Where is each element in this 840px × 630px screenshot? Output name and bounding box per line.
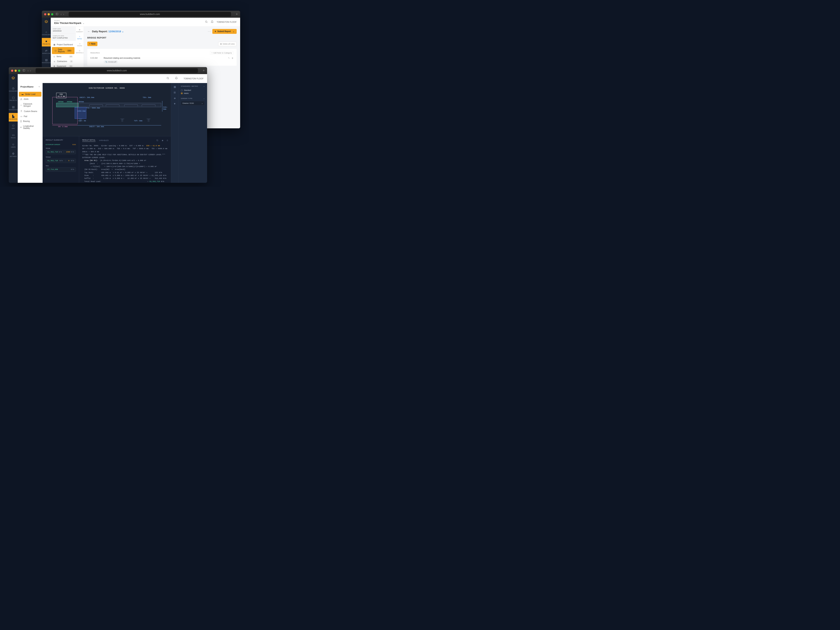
nav-longitudinal-stability[interactable]: ≡Longitudinal Stability bbox=[18, 124, 43, 131]
close-window-icon[interactable] bbox=[44, 13, 46, 15]
nav-joists[interactable]: ⋀Joists bbox=[18, 96, 43, 101]
layers-icon[interactable]: ◈ bbox=[174, 96, 176, 99]
user-name[interactable]: TOBINGTON FLOOF bbox=[183, 77, 204, 80]
delete-all-notes-button[interactable]: 🗑Delete all notes bbox=[218, 42, 237, 46]
minimize-window-icon[interactable] bbox=[47, 13, 50, 15]
nav-project-dashboard[interactable]: ▦Project Dashboard bbox=[51, 42, 76, 47]
report-date[interactable]: 12/06/2018 bbox=[109, 30, 121, 33]
bell-icon[interactable] bbox=[175, 77, 178, 80]
edit-icon[interactable]: ✎ bbox=[228, 57, 230, 59]
nav-bracing[interactable]: ╳Bracing bbox=[18, 119, 43, 124]
search-icon[interactable] bbox=[166, 77, 169, 80]
rail-item-dashboard[interactable]: ◷DASHBOARD bbox=[9, 85, 18, 93]
search-icon[interactable] bbox=[205, 21, 208, 24]
sidebar-toggle-icon[interactable] bbox=[55, 13, 58, 16]
chevron-down-icon[interactable]: ⌄ bbox=[204, 98, 205, 99]
eye-icon[interactable]: ◉ bbox=[162, 139, 163, 141]
nav-pad[interactable]: ▭Pad bbox=[18, 114, 43, 119]
plus-icon: + bbox=[89, 43, 90, 45]
calculator-icon[interactable]: ⊞ bbox=[174, 91, 176, 94]
arch-4 bbox=[142, 104, 155, 106]
user-name[interactable]: TOBINGTON FLOOF bbox=[216, 21, 237, 23]
label-oh: OH= 0.0mm bbox=[58, 126, 68, 128]
rail-item-projects[interactable]: ■PROJECTS bbox=[42, 38, 51, 46]
forward-arrow-icon[interactable]: › bbox=[30, 69, 31, 72]
submit-report-button[interactable]: ✈ Submit Report ⌄ bbox=[212, 29, 237, 34]
titlebar: ‹ › www.buildtech.com + bbox=[9, 67, 207, 74]
bell-icon[interactable] bbox=[211, 21, 213, 24]
result-summary-title: RESULT SUMMARY bbox=[46, 139, 76, 141]
nav-falsework-stringed[interactable]: ∩Falsework Stringed bbox=[18, 101, 43, 109]
label-tdk: TDk= 0mm bbox=[143, 96, 151, 99]
app-logo[interactable] bbox=[11, 76, 15, 81]
rail-item-settings[interactable]: ⚙SETTINGS bbox=[9, 150, 18, 159]
rail-item-workflow[interactable]: ⇄WORKFLOW bbox=[42, 47, 51, 56]
nav-custom-beams[interactable]: 工Custom Beams bbox=[18, 109, 43, 114]
add-project-icon[interactable]: + bbox=[38, 85, 40, 88]
tab-variables[interactable]: VARIABLES bbox=[99, 139, 109, 141]
rail-item-references[interactable]: ▤REFERENCES bbox=[42, 57, 51, 65]
chevron-down-icon[interactable]: ⌄ bbox=[122, 30, 124, 33]
copy-icon[interactable]: ⿻ bbox=[156, 139, 158, 141]
back-arrow-icon[interactable]: ‹ bbox=[61, 13, 62, 16]
app-header: TOBINGTON FLOOF bbox=[18, 74, 207, 83]
girder-type-dropdown[interactable]: Exterior / EOD⌄ bbox=[181, 101, 205, 106]
grid-icon[interactable]: ▦ bbox=[174, 85, 176, 88]
sidebar-toggle-icon[interactable] bbox=[22, 69, 25, 72]
forward-arrow-icon[interactable]: › bbox=[63, 13, 64, 16]
browser-window-front: ‹ › www.buildtech.com + ◷DASHBOARD ▢PROJ… bbox=[9, 67, 207, 183]
label-ohext-top: OHEXT= 300.0mm bbox=[79, 96, 94, 99]
result-detail-panel: RESULT DETAIL VARIABLES ⿻ ◉ ⎙ Girder No.… bbox=[79, 136, 171, 183]
trash-icon: 🗑 bbox=[220, 43, 222, 45]
tab-result-detail[interactable]: RESULT DETAIL bbox=[82, 139, 95, 142]
nav-girder-load[interactable]: ▬Girder Load bbox=[19, 92, 41, 96]
dim-std bbox=[162, 101, 163, 112]
label-mark3: .005mm bbox=[77, 101, 84, 103]
attachment-chip[interactable]: 📎receipt.pdf bbox=[104, 60, 118, 63]
properties-panel: STANDARD / METRIC⌄ Standard Metric GIRDE… bbox=[178, 83, 207, 183]
filter-icon[interactable]: ▼ bbox=[174, 102, 176, 105]
chevron-down-icon[interactable]: ⌄ bbox=[233, 30, 234, 33]
url-bar[interactable]: www.buildtech.com bbox=[36, 68, 198, 73]
delete-icon[interactable]: 🗑 bbox=[232, 57, 234, 59]
rail-item-roles[interactable]: ▭ROLES bbox=[9, 132, 18, 140]
tab-hours[interactable]: ◷HOURS bbox=[77, 43, 82, 46]
url-bar[interactable]: www.buildtech.com bbox=[69, 12, 231, 17]
print-icon[interactable]: ⎙ bbox=[167, 139, 168, 141]
tab-materials[interactable]: ◫MATERIALS bbox=[76, 50, 84, 54]
minimize-window-icon[interactable] bbox=[14, 69, 17, 72]
nav-contractors[interactable]: ☺Contractors3 bbox=[51, 59, 76, 64]
radio-metric[interactable]: Metric bbox=[181, 92, 205, 95]
arch-3 bbox=[124, 104, 138, 106]
project-name: ProjectName bbox=[21, 85, 33, 88]
back-arrow-icon[interactable]: ← bbox=[87, 30, 90, 33]
tab-notes[interactable]: ✎NOTES bbox=[77, 36, 82, 39]
chevron-down-icon[interactable]: ⌄ bbox=[204, 85, 205, 87]
nav-items[interactable]: ◇Items33 bbox=[51, 54, 76, 59]
maximize-window-icon[interactable] bbox=[18, 69, 20, 72]
maximize-window-icon[interactable] bbox=[51, 13, 53, 15]
new-tab-icon[interactable]: + bbox=[203, 69, 205, 73]
chevron-down-icon[interactable]: ⌄ bbox=[82, 22, 85, 25]
rail-item-dashboard[interactable]: ⌂DASHBOARD bbox=[42, 28, 51, 37]
svg-point-2 bbox=[205, 21, 207, 22]
cad-canvas[interactable]: EOD/EXTERIOR GIRDER NO. 9999 EOD 41.0 mm bbox=[43, 83, 171, 136]
rail-item-org[interactable]: ⚇ORG bbox=[9, 122, 18, 131]
back-arrow-icon[interactable]: ‹ bbox=[28, 69, 28, 72]
new-tab-icon[interactable]: + bbox=[236, 12, 238, 16]
arch-1 bbox=[89, 104, 103, 106]
radio-standard[interactable]: Standard bbox=[181, 88, 205, 92]
app-logo[interactable] bbox=[44, 20, 48, 24]
add-note-to-category-button[interactable]: +Add Note to Category bbox=[210, 51, 234, 55]
tab-summary[interactable]: ▤SUMMARY bbox=[76, 29, 83, 33]
rail-item-users[interactable]: ☺USERS bbox=[9, 141, 18, 150]
rail-item-projects[interactable]: ▢PROJECTS bbox=[9, 94, 18, 103]
rail-item-references[interactable]: ▤REFERENCES bbox=[9, 104, 18, 112]
more-menu-icon[interactable]: ⋯ bbox=[208, 30, 211, 33]
close-window-icon[interactable] bbox=[11, 69, 13, 72]
add-note-button[interactable]: +Note bbox=[87, 42, 98, 46]
rail-item-falsework[interactable]: ▙FALSEWORK bbox=[9, 113, 18, 122]
cad-viewport: EOD/EXTERIOR GIRDER NO. 9999 EOD 41.0 mm bbox=[43, 83, 171, 183]
nav-daily-reports[interactable]: ▢Daily Reports100 bbox=[52, 47, 74, 54]
remark-time: 6:00 AM bbox=[90, 57, 100, 59]
